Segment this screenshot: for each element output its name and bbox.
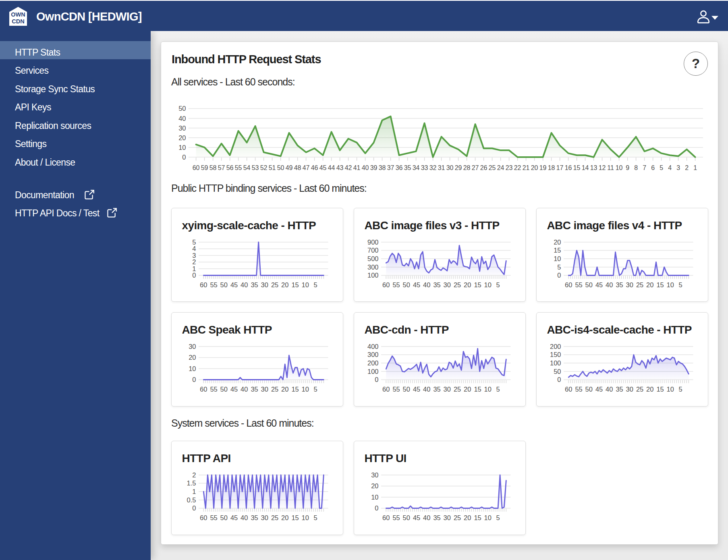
svg-text:21: 21	[523, 164, 530, 171]
svg-text:38: 38	[379, 164, 386, 171]
svg-text:35: 35	[433, 514, 440, 521]
svg-text:200: 200	[367, 359, 378, 367]
svg-text:100: 100	[367, 368, 378, 375]
svg-text:46: 46	[311, 164, 318, 171]
svg-text:40: 40	[178, 115, 186, 122]
svg-text:13: 13	[590, 164, 597, 171]
svg-text:35: 35	[251, 514, 258, 521]
svg-text:30: 30	[261, 386, 268, 393]
svg-text:35: 35	[616, 386, 623, 393]
svg-text:20: 20	[464, 514, 471, 521]
svg-text:11: 11	[607, 164, 614, 171]
svg-text:150: 150	[550, 351, 561, 358]
svg-text:2: 2	[685, 164, 689, 171]
svg-text:0: 0	[375, 376, 378, 383]
svg-text:50: 50	[277, 164, 284, 171]
svg-text:55: 55	[392, 281, 400, 288]
svg-text:35: 35	[404, 164, 411, 171]
svg-text:30: 30	[261, 281, 268, 288]
svg-text:60: 60	[200, 514, 207, 521]
svg-text:45: 45	[595, 281, 602, 288]
svg-text:45: 45	[230, 281, 237, 288]
svg-text:50: 50	[178, 105, 186, 112]
svg-text:15: 15	[656, 386, 664, 393]
svg-text:10: 10	[178, 144, 186, 151]
svg-text:20: 20	[646, 281, 653, 288]
svg-text:2: 2	[192, 471, 196, 479]
svg-text:100: 100	[367, 272, 378, 279]
svg-text:14: 14	[582, 164, 589, 171]
svg-text:10: 10	[666, 281, 674, 288]
svg-text:52: 52	[260, 164, 268, 171]
svg-text:30: 30	[189, 343, 196, 350]
svg-text:50: 50	[402, 514, 410, 521]
svg-text:50: 50	[402, 386, 410, 393]
svg-text:4: 4	[192, 245, 196, 252]
svg-text:55: 55	[392, 386, 400, 393]
svg-text:55: 55	[210, 514, 217, 521]
svg-text:45: 45	[230, 514, 237, 521]
svg-text:40: 40	[423, 281, 430, 288]
svg-text:25: 25	[453, 281, 460, 288]
svg-text:10: 10	[484, 514, 491, 521]
svg-text:60: 60	[200, 281, 207, 288]
svg-text:4: 4	[668, 164, 672, 171]
svg-text:39: 39	[370, 164, 377, 171]
svg-text:50: 50	[220, 514, 227, 521]
svg-text:5: 5	[496, 281, 500, 288]
svg-text:10: 10	[666, 386, 674, 393]
svg-text:41: 41	[353, 164, 361, 171]
svg-text:10: 10	[484, 281, 491, 288]
svg-text:10: 10	[616, 164, 623, 171]
svg-text:55: 55	[210, 281, 217, 288]
svg-text:0: 0	[557, 376, 561, 383]
svg-text:31: 31	[438, 164, 445, 171]
svg-text:53: 53	[252, 164, 259, 171]
svg-text:50: 50	[585, 386, 592, 393]
svg-text:25: 25	[271, 514, 278, 521]
svg-text:40: 40	[241, 386, 248, 393]
svg-text:1: 1	[192, 265, 196, 272]
svg-text:25: 25	[453, 386, 460, 393]
svg-text:500: 500	[367, 255, 378, 262]
svg-text:37: 37	[387, 164, 394, 171]
svg-text:50: 50	[402, 281, 410, 288]
svg-text:26: 26	[480, 164, 487, 171]
svg-text:400: 400	[367, 343, 378, 350]
svg-text:900: 900	[367, 238, 378, 245]
svg-text:5: 5	[678, 386, 682, 393]
svg-text:60: 60	[193, 164, 200, 171]
svg-text:47: 47	[303, 164, 310, 171]
svg-text:30: 30	[626, 386, 633, 393]
svg-text:0: 0	[192, 504, 196, 512]
svg-text:0: 0	[182, 153, 186, 161]
svg-text:5: 5	[496, 386, 500, 393]
svg-text:300: 300	[367, 263, 378, 270]
svg-text:60: 60	[200, 386, 207, 393]
svg-text:16: 16	[565, 164, 572, 171]
svg-text:55: 55	[235, 164, 242, 171]
svg-text:60: 60	[382, 281, 390, 288]
svg-text:30: 30	[443, 514, 450, 521]
svg-text:300: 300	[367, 351, 378, 358]
svg-text:7: 7	[643, 164, 646, 171]
svg-text:45: 45	[319, 164, 327, 171]
svg-text:60: 60	[565, 386, 572, 393]
svg-text:40: 40	[362, 164, 369, 171]
svg-text:5: 5	[192, 238, 196, 245]
svg-text:5: 5	[678, 281, 682, 288]
svg-text:55: 55	[575, 386, 582, 393]
svg-text:20: 20	[281, 386, 288, 393]
svg-text:5: 5	[313, 386, 317, 393]
svg-text:30: 30	[178, 124, 186, 132]
svg-text:45: 45	[413, 386, 420, 393]
svg-text:20: 20	[189, 354, 196, 361]
svg-text:32: 32	[429, 164, 437, 171]
svg-text:17: 17	[556, 164, 564, 171]
svg-text:59: 59	[201, 164, 208, 171]
svg-text:35: 35	[433, 281, 440, 288]
svg-text:5: 5	[496, 514, 500, 521]
svg-text:49: 49	[286, 164, 293, 171]
svg-text:20: 20	[646, 386, 653, 393]
svg-text:20: 20	[531, 164, 538, 171]
